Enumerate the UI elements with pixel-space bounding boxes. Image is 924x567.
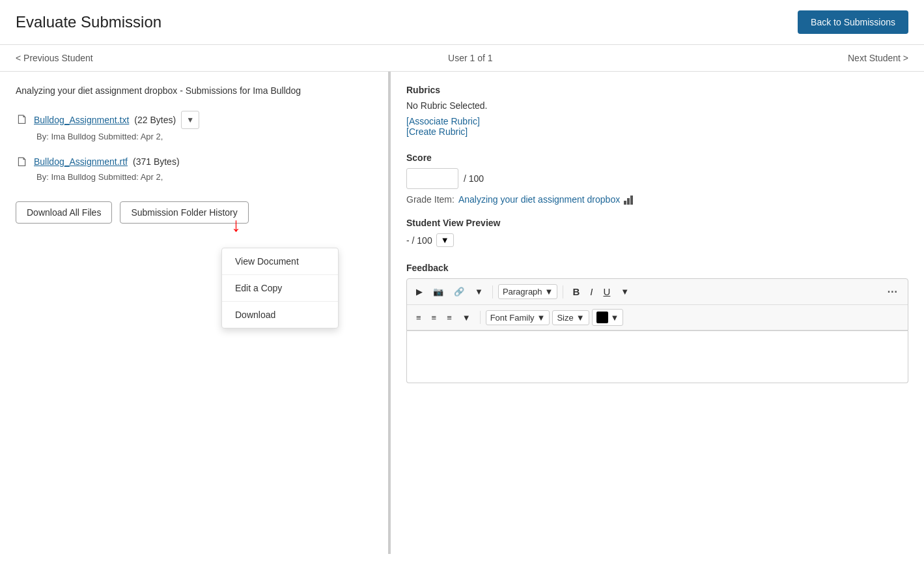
- toolbar-separator-2: [563, 285, 563, 298]
- align-dropdown-button[interactable]: ▼: [458, 310, 475, 325]
- toolbar-separator-3: [480, 311, 481, 324]
- no-rubric-text: No Rubric Selected.: [406, 100, 908, 111]
- feedback-toolbar: ▶ 📷 🔗 ▼ Paragraph ▼ B I U ▼: [406, 278, 908, 331]
- paragraph-select[interactable]: Paragraph ▼: [498, 284, 558, 299]
- score-label: Score: [406, 153, 908, 163]
- submission-title: Analyzing your diet assignment dropbox -…: [16, 85, 372, 98]
- toolbar-row-2: ≡ ≡ ≡ ▼ Font Family ▼ Size ▼: [407, 305, 908, 330]
- file-icon-1: 🗋: [16, 112, 29, 127]
- grade-item-row: Grade Item: Analyzing your diet assignme…: [406, 194, 908, 205]
- score-section: Score / 100 Grade Item: Analyzing your d…: [406, 153, 908, 205]
- bar-chart-icon[interactable]: [624, 194, 633, 205]
- download-all-files-button[interactable]: Download All Files: [16, 201, 112, 224]
- edit-copy-menu-item[interactable]: Edit a Copy: [222, 275, 338, 301]
- file-item-2: 🗋 Bulldog_Assignment.rtf (371 Bytes) By:…: [16, 154, 372, 182]
- color-select[interactable]: ▼: [592, 309, 624, 326]
- student-score-preview: - / 100: [406, 235, 432, 246]
- view-document-menu-item[interactable]: View Document: [222, 248, 338, 274]
- chevron-down-icon-1: ▼: [186, 115, 194, 124]
- rubrics-label: Rubrics: [406, 85, 908, 95]
- three-dots-icon: ⋯: [887, 285, 899, 298]
- file-meta-1: By: Ima Bulldog Submitted: Apr 2,: [36, 132, 372, 141]
- toolbar-separator-1: [492, 285, 493, 298]
- underline-button[interactable]: U: [599, 284, 614, 300]
- feedback-area[interactable]: [406, 331, 908, 383]
- align-right-button[interactable]: ≡: [443, 310, 456, 325]
- font-family-select[interactable]: Font Family ▼: [486, 310, 550, 325]
- file-meta-2: By: Ima Bulldog Submitted: Apr 2,: [36, 172, 372, 182]
- dropdown-menu: View Document Edit a Copy Download: [221, 248, 339, 328]
- insert-dropdown-button[interactable]: ▼: [471, 284, 487, 299]
- video-button[interactable]: ▶: [412, 284, 427, 299]
- student-view-section: Student View Preview - / 100 ▼: [406, 218, 908, 247]
- associate-rubric-link[interactable]: [Associate Rubric]: [406, 116, 480, 126]
- italic-button[interactable]: I: [586, 284, 596, 300]
- paragraph-chevron-icon: ▼: [545, 287, 553, 297]
- student-view-label: Student View Preview: [406, 218, 908, 228]
- toolbar-row-1: ▶ 📷 🔗 ▼ Paragraph ▼ B I U ▼: [407, 279, 908, 305]
- download-menu-item[interactable]: Download: [222, 302, 338, 328]
- paragraph-label: Paragraph: [503, 287, 542, 297]
- score-out-of: / 100: [464, 173, 484, 184]
- size-label: Size: [557, 313, 573, 323]
- back-to-submissions-button[interactable]: Back to Submissions: [798, 10, 908, 34]
- next-student-button[interactable]: Next Student >: [848, 53, 908, 63]
- file-link-2[interactable]: Bulldog_Assignment.rtf: [34, 156, 128, 167]
- bold-button[interactable]: B: [568, 284, 583, 300]
- grade-item-link[interactable]: Analyzing your diet assignment dropbox: [458, 194, 620, 205]
- left-panel: Analyzing your diet assignment dropbox -…: [0, 72, 391, 554]
- grade-item-prefix: Grade Item:: [406, 194, 455, 205]
- link-button[interactable]: 🔗: [450, 284, 468, 299]
- align-center-button[interactable]: ≡: [428, 310, 441, 325]
- file-icon-2: 🗋: [16, 154, 29, 169]
- file-dropdown-button-1[interactable]: ▼: [181, 111, 199, 129]
- color-swatch: [596, 312, 608, 323]
- feedback-label: Feedback: [406, 263, 908, 273]
- bottom-buttons: Download All Files Submission Folder His…: [16, 201, 372, 224]
- file-size-1: (22 Bytes): [134, 115, 176, 125]
- more-options-button[interactable]: ⋯: [883, 283, 903, 300]
- user-info: User 1 of 1: [448, 53, 492, 63]
- student-view-dropdown-button[interactable]: ▼: [436, 233, 454, 247]
- font-family-label: Font Family: [490, 313, 535, 323]
- file-size-2: (371 Bytes): [133, 156, 180, 167]
- prev-student-button[interactable]: < Previous Student: [16, 53, 93, 63]
- file-link-1[interactable]: Bulldog_Assignment.txt: [34, 115, 129, 125]
- create-rubric-link[interactable]: [Create Rubric]: [406, 126, 468, 137]
- file-item-1: 🗋 Bulldog_Assignment.txt (22 Bytes) ▼ By…: [16, 111, 372, 141]
- score-input[interactable]: [406, 168, 458, 189]
- feedback-section: Feedback ▶ 📷 🔗 ▼ Paragraph ▼: [406, 263, 908, 383]
- align-left-button[interactable]: ≡: [412, 310, 425, 325]
- rubrics-section: Rubrics No Rubric Selected. [Associate R…: [406, 85, 908, 137]
- page-title: Evaluate Submission: [16, 13, 161, 31]
- text-format-dropdown-button[interactable]: ▼: [617, 284, 633, 299]
- submission-folder-history-button[interactable]: Submission Folder History: [120, 201, 248, 224]
- font-family-chevron-icon: ▼: [537, 313, 546, 323]
- size-select[interactable]: Size ▼: [552, 310, 589, 325]
- size-chevron-icon: ▼: [576, 313, 585, 323]
- right-panel: Rubrics No Rubric Selected. [Associate R…: [391, 72, 924, 554]
- color-chevron-icon: ▼: [611, 313, 619, 323]
- camera-button[interactable]: 📷: [429, 284, 447, 299]
